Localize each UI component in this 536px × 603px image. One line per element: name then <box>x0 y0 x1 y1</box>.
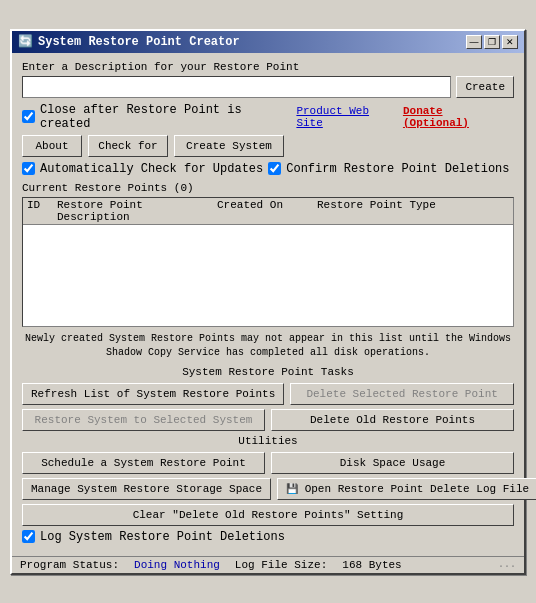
log-deletions-label: Log System Restore Point Deletions <box>40 530 285 544</box>
donate-link[interactable]: Donate (Optional) <box>403 105 514 129</box>
window-title: System Restore Point Creator <box>38 35 240 49</box>
col-created-header: Created On <box>217 199 317 223</box>
titlebar: 🔄 System Restore Point Creator — ❐ ✕ <box>12 31 524 53</box>
clear-setting-button[interactable]: Clear "Delete Old Restore Points" Settin… <box>22 504 514 526</box>
utilities-section-title: Utilities <box>22 435 514 447</box>
list-header: ID Restore Point Description Created On … <box>23 198 513 225</box>
delete-old-button[interactable]: Delete Old Restore Points <box>271 409 514 431</box>
auto-update-checkbox[interactable] <box>22 162 35 175</box>
manage-button[interactable]: Manage System Restore Storage Space <box>22 478 271 500</box>
restore-button[interactable]: ❐ <box>484 35 500 49</box>
status-dots: ... <box>498 559 516 570</box>
auto-check-row: Automatically Check for Updates Confirm … <box>22 162 514 176</box>
about-button[interactable]: About <box>22 135 82 157</box>
auto-update-label: Automatically Check for Updates <box>40 162 263 176</box>
close-after-checkbox[interactable] <box>22 110 35 123</box>
utilities-row-3: Clear "Delete Old Restore Points" Settin… <box>22 504 514 526</box>
confirm-delete-label: Confirm Restore Point Deletions <box>286 162 509 176</box>
utilities-row-2: Manage System Restore Storage Space 💾 Op… <box>22 478 514 500</box>
col-type-header: Restore Point Type <box>317 199 509 223</box>
close-check-row: Close after Restore Point is created Pro… <box>22 103 514 131</box>
minimize-button[interactable]: — <box>466 35 482 49</box>
main-window: 🔄 System Restore Point Creator — ❐ ✕ Ent… <box>10 29 526 575</box>
check-for-button[interactable]: Check for <box>88 135 168 157</box>
create-system-button[interactable]: Create System <box>174 135 284 157</box>
close-check-left: Close after Restore Point is created <box>22 103 296 131</box>
close-button[interactable]: ✕ <box>502 35 518 49</box>
titlebar-buttons: — ❐ ✕ <box>466 35 518 49</box>
description-row: Create <box>22 76 514 98</box>
schedule-button[interactable]: Schedule a System Restore Point <box>22 452 265 474</box>
description-label: Enter a Description for your Restore Poi… <box>22 61 514 73</box>
tasks-row-1: Refresh List of System Restore Points De… <box>22 383 514 405</box>
tasks-section-title: System Restore Point Tasks <box>22 366 514 378</box>
floppy-icon: 💾 <box>286 484 298 495</box>
description-input[interactable] <box>22 76 451 98</box>
log-size-value: 168 Bytes <box>342 559 401 571</box>
close-after-label: Close after Restore Point is created <box>40 103 296 131</box>
disk-space-button[interactable]: Disk Space Usage <box>271 452 514 474</box>
create-button[interactable]: Create <box>456 76 514 98</box>
tasks-row-2: Restore System to Selected System Delete… <box>22 409 514 431</box>
current-restore-label: Current Restore Points (0) <box>22 182 514 194</box>
titlebar-left: 🔄 System Restore Point Creator <box>18 34 240 49</box>
delete-selected-button[interactable]: Delete Selected Restore Point <box>290 383 514 405</box>
action-buttons-row: About Check for Create System <box>22 135 514 157</box>
statusbar: Program Status: Doing Nothing Log File S… <box>12 556 524 573</box>
log-deletions-checkbox[interactable] <box>22 530 35 543</box>
restore-points-list[interactable]: ID Restore Point Description Created On … <box>22 197 514 327</box>
warning-text: Newly created System Restore Points may … <box>22 332 514 360</box>
open-log-button[interactable]: 💾 Open Restore Point Delete Log File <box>277 478 536 500</box>
col-desc-header: Restore Point Description <box>57 199 217 223</box>
refresh-list-button[interactable]: Refresh List of System Restore Points <box>22 383 284 405</box>
log-check-row: Log System Restore Point Deletions <box>22 530 514 544</box>
utilities-row-1: Schedule a System Restore Point Disk Spa… <box>22 452 514 474</box>
product-website-link[interactable]: Product Web Site <box>296 105 401 129</box>
program-status-value: Doing Nothing <box>134 559 220 571</box>
confirm-delete-checkbox[interactable] <box>268 162 281 175</box>
restore-system-button[interactable]: Restore System to Selected System <box>22 409 265 431</box>
app-icon: 🔄 <box>18 34 33 49</box>
program-status-label: Program Status: <box>20 559 119 571</box>
content-area: Enter a Description for your Restore Poi… <box>12 53 524 556</box>
log-size-label: Log File Size: <box>235 559 327 571</box>
col-id-header: ID <box>27 199 57 223</box>
